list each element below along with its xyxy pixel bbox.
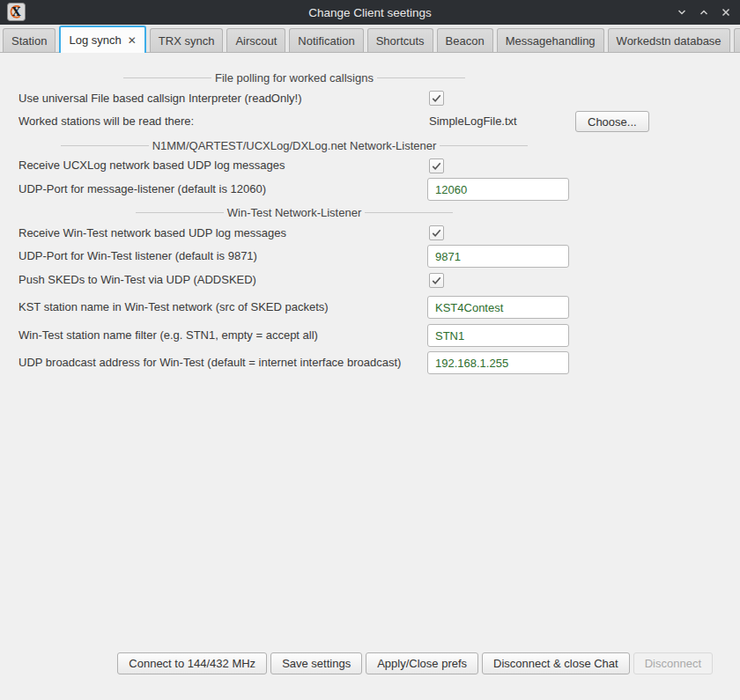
label-wintest-station-filter: Win-Test station name filter (e.g. STN1,… [18,328,318,343]
section-file-polling: File polling for worked callsigns [18,70,570,85]
settings-window: X Change Client seetings Station Log syn… [0,0,740,700]
label-udp-port-wintest: UDP-Port for Win-Test listener (default … [18,249,257,263]
label-receive-ucxlog: Receive UCXLog network based UDP log mes… [18,158,285,173]
tab-label: Station [11,34,47,48]
section-line [123,77,211,78]
section-line [440,145,528,146]
tab-station[interactable]: Station [3,28,56,52]
choose-file-button[interactable]: Choose... [575,111,649,132]
maximize-icon[interactable] [697,5,711,19]
wintest-station-filter-input[interactable] [427,324,569,347]
udp-port-wintest-input[interactable] [427,245,569,268]
checkbox-receive-ucxlog[interactable] [429,158,444,173]
window-controls [675,0,733,25]
tab-beacon[interactable]: Beacon [437,28,493,52]
tab-label: Messagehandling [506,34,596,48]
save-settings-button[interactable]: Save settings [270,652,362,674]
checkbox-push-skeds[interactable] [429,273,444,288]
connect-144-432-button[interactable]: Connect to 144/432 MHz [117,652,267,674]
label-receive-wintest: Receive Win-Test network based UDP log m… [18,226,286,240]
tab-airscout[interactable]: Airscout [226,28,285,52]
tab-gui[interactable]: GUI [734,28,740,52]
apply-close-prefs-button[interactable]: Apply/Close prefs [366,652,478,674]
tab-label: Workedstn database [617,34,722,48]
label-udp-broadcast-address: UDP broadcast address for Win-Test (defa… [18,356,401,370]
tab-bar: Station Log synch ✕ TRX synch Airscout N… [0,25,740,53]
titlebar[interactable]: X Change Client seetings [0,0,740,25]
tab-messagehandling[interactable]: Messagehandling [497,28,604,52]
tab-shortcuts[interactable]: Shortcuts [367,28,433,52]
section-title: File polling for worked callsigns [215,71,374,85]
section-line [61,145,149,146]
tab-trx-synch[interactable]: TRX synch [150,28,224,52]
label-udp-port-message-listener: UDP-Port for message-listener (default i… [18,182,266,196]
disconnect-close-chat-button[interactable]: Disconnect & close Chat [482,652,630,674]
section-n1mm-listener: N1MM/QARTEST/UCXLog/DXLog.net Network-Li… [18,138,570,152]
section-line [365,212,453,213]
worked-stations-file-value: SimpleLogFile.txt [429,114,517,129]
tab-close-icon[interactable]: ✕ [128,35,137,46]
tab-log-synch[interactable]: Log synch ✕ [59,26,145,53]
udp-port-message-listener-input[interactable] [427,178,569,201]
label-kst-station-name: KST station name in Win-Test network (sr… [18,300,329,314]
checkbox-receive-wintest[interactable] [429,225,444,240]
section-line [377,77,465,78]
label-universal-interpreter: Use universal File based callsign Interp… [18,92,302,106]
section-line [136,212,224,213]
section-title: N1MM/QARTEST/UCXLog/DXLog.net Network-Li… [152,139,437,152]
tab-label: Notification [298,34,354,48]
footer-button-row: Connect to 144/432 MHz Save settings App… [0,652,713,674]
udp-broadcast-address-input[interactable] [427,351,569,374]
kst-station-name-input[interactable] [427,296,569,319]
tab-label: Beacon [446,34,485,48]
disconnect-button: Disconnect [633,652,713,674]
section-title: Win-Test Network-Listener [227,206,361,219]
app-logo-icon[interactable]: X [7,3,26,21]
minimize-icon[interactable] [675,5,689,19]
tab-label: Log synch [69,33,121,47]
checkbox-universal-interpreter[interactable] [429,91,444,106]
svg-text:X: X [11,5,21,18]
section-wintest-listener: Win-Test Network-Listener [18,205,570,219]
tab-notification[interactable]: Notification [289,28,363,52]
tab-label: Shortcuts [376,34,425,48]
window-title: Change Client seetings [0,6,740,19]
close-icon[interactable] [719,5,733,19]
label-worked-stations-file: Worked stations will be read there: [18,114,194,129]
tab-label: Airscout [235,34,277,48]
tab-workedstn-database[interactable]: Workedstn database [608,28,730,52]
tab-label: TRX synch [159,34,215,48]
label-push-skeds: Push SKEDs to Win-Test via UDP (ADDSKED) [18,273,256,287]
